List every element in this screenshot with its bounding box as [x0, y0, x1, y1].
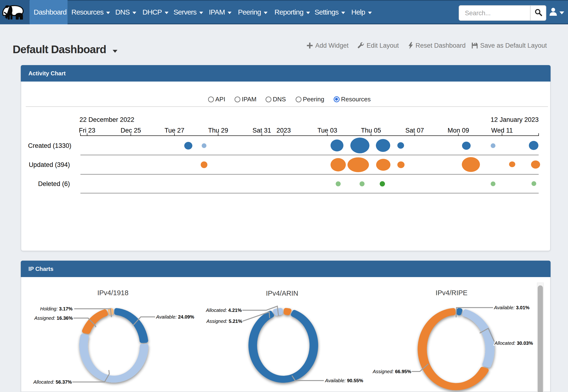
svg-text:Wed 11: Wed 11 [491, 127, 513, 134]
svg-text:Holding: 3.17%: Holding: 3.17% [40, 306, 73, 311]
svg-text:IPv4/1918: IPv4/1918 [97, 289, 129, 297]
svg-text:Dec 25: Dec 25 [120, 127, 141, 134]
svg-text:2023: 2023 [276, 127, 291, 134]
svg-text:Assigned: 16.36%: Assigned: 16.36% [34, 315, 73, 321]
svg-text:Available: 24.09%: Available: 24.09% [156, 314, 194, 320]
svg-text:IPv4/ARIN: IPv4/ARIN [266, 290, 298, 297]
svg-text:Created (1330): Created (1330) [28, 142, 71, 149]
svg-text:Available: 3.01%: Available: 3.01% [494, 305, 530, 310]
svg-text:Fri 23: Fri 23 [79, 127, 95, 134]
svg-text:Sat 31: Sat 31 [252, 127, 271, 134]
svg-text:Available: 90.55%: Available: 90.55% [325, 378, 363, 383]
svg-text:Assigned: 5.21%: Assigned: 5.21% [206, 319, 242, 324]
svg-text:12 January 2023: 12 January 2023 [491, 116, 539, 123]
svg-text:Deleted (6): Deleted (6) [38, 180, 70, 187]
svg-text:Assigned: 66.95%: Assigned: 66.95% [373, 369, 411, 374]
svg-text:Updated (394): Updated (394) [29, 161, 70, 168]
svg-text:Mon 09: Mon 09 [448, 127, 469, 134]
svg-text:22 December 2022: 22 December 2022 [79, 116, 134, 123]
svg-text:Tue 03: Tue 03 [317, 127, 337, 134]
svg-text:Allocated: 30.03%: Allocated: 30.03% [494, 340, 533, 346]
svg-text:IPv4/RIPE: IPv4/RIPE [436, 289, 467, 297]
svg-text:Sat 07: Sat 07 [405, 127, 424, 134]
svg-text:Thu 05: Thu 05 [361, 127, 381, 134]
svg-text:Thu 29: Thu 29 [208, 127, 228, 134]
svg-text:Tue 27: Tue 27 [164, 127, 184, 134]
svg-text:Allocated: 4.21%: Allocated: 4.21% [206, 308, 242, 313]
svg-text:Allocated: 56.37%: Allocated: 56.37% [33, 379, 72, 385]
